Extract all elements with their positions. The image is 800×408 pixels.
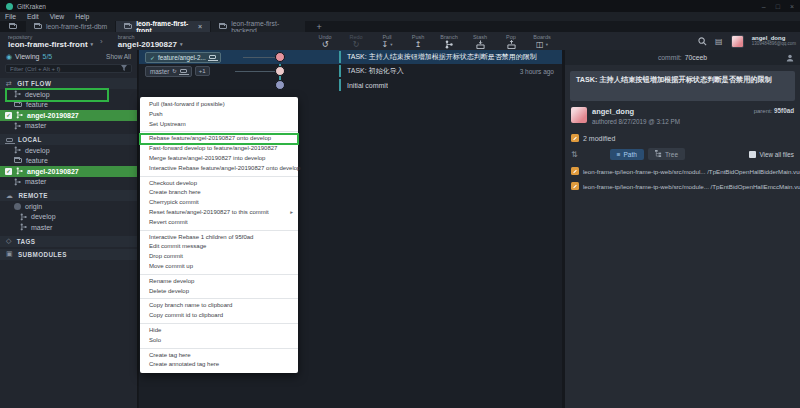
menu-item-solo[interactable]: Solo <box>140 336 298 346</box>
view-all-files-toggle[interactable]: View all files <box>749 151 794 158</box>
file-row-bidder-main[interactable]: leon-frame-tp/leon-frame-tp-web/src/modu… <box>565 167 800 175</box>
branch-filter-input[interactable]: Filter (Ctrl + Alt + f) <box>5 64 132 73</box>
menu-item-fast-forward[interactable]: Fast-forward develop to feature/angel-20… <box>140 144 298 154</box>
commit-message[interactable]: TASK: 初始化导入 <box>339 65 404 77</box>
menu-item-pull[interactable]: Pull (fast-forward if possible) <box>140 100 298 110</box>
push-button[interactable]: Push ↥ <box>409 34 427 49</box>
tab-leon-frame-first-backend[interactable]: leon-frame-first-backend <box>211 21 306 32</box>
sidebar-item-local-develop[interactable]: develop <box>0 145 137 156</box>
menu-item-create-branch[interactable]: Create branch here <box>140 188 298 198</box>
sidebar-item-origin-master[interactable]: master <box>0 222 137 233</box>
commit-row-selected[interactable]: ✓ feature/angel-2... TASK: 主持人结束按钮增加根据开标… <box>139 50 562 64</box>
checkbox-checked-icon[interactable]: ✓ <box>5 168 12 175</box>
path-view-button[interactable]: ≡ Path <box>610 149 644 160</box>
file-row-emcc-main[interactable]: leon-frame-tp/leon-frame-tp-web/src/modu… <box>565 182 800 190</box>
show-all-button[interactable]: Show All <box>106 53 131 60</box>
sidebar-item-gitflow-develop[interactable]: develop <box>0 89 137 100</box>
stash-button[interactable]: Stash <box>471 34 489 49</box>
menu-item-create-tag[interactable]: Create tag here <box>140 351 298 361</box>
authored-date: authored 8/27/2019 @ 3:12 PM <box>592 118 680 125</box>
pop-button[interactable]: Pop <box>502 34 520 49</box>
menu-item-delete-develop[interactable]: Delete develop <box>140 287 298 297</box>
sidebar-item-gitflow-master[interactable]: master <box>0 121 137 132</box>
sidebar-folder-gitflow-feature[interactable]: feature <box>0 100 137 111</box>
boards-button[interactable]: Boards ◫ ▾ <box>533 34 551 49</box>
tab-leon-frame-first-front[interactable]: leon-frame-first-front × <box>116 21 211 32</box>
sidebar-item-local-master[interactable]: master <box>0 177 137 188</box>
parent-commit[interactable]: parent: 95f0ad <box>754 107 794 114</box>
branch-pill-master[interactable]: master ↻ <box>145 66 192 77</box>
menu-item-merge-into-develop[interactable]: Merge feature/angel-20190827 into develo… <box>140 154 298 164</box>
undo-button[interactable]: Undo ↺ <box>316 34 334 49</box>
chevron-down-icon[interactable]: ▾ <box>390 40 392 49</box>
menu-item-checkout-develop[interactable]: Checkout develop <box>140 179 298 189</box>
section-remote[interactable]: ☁ REMOTE <box>0 190 137 201</box>
sort-icon[interactable]: ⇅ <box>571 150 578 159</box>
close-button[interactable]: × <box>790 3 794 10</box>
section-local[interactable]: LOCAL <box>0 134 137 145</box>
commit-node-avatar[interactable] <box>275 52 285 62</box>
tab-close-icon[interactable]: × <box>198 23 202 30</box>
menu-item-move-commit-up[interactable]: Move commit up <box>140 262 298 272</box>
pull-icon: ↧ <box>382 40 389 49</box>
minimize-button[interactable]: – <box>762 3 766 10</box>
person-icon[interactable] <box>786 54 794 62</box>
branch-button[interactable]: Branch <box>440 34 458 49</box>
commit-row-master[interactable]: master ↻ +1 TASK: 初始化导入 3 hours ago <box>139 64 562 78</box>
search-icon[interactable] <box>698 37 707 46</box>
menu-item-rebase-onto-develop[interactable]: Rebase feature/angel-20190827 onto devel… <box>140 134 298 144</box>
sidebar-item-local-angel-20190827[interactable]: ✓ angel-20190827 <box>0 166 137 177</box>
commit-message[interactable]: Initial commit <box>339 79 388 91</box>
menu-item-cherrypick[interactable]: Cherrypick commit <box>140 198 298 208</box>
new-tab-button[interactable]: + <box>306 21 332 32</box>
tab-leon-frame-first-dbm[interactable]: leon-frame-first-dbm <box>26 21 116 32</box>
menu-item-interactive-rebase-onto[interactable]: Interactive Rebase feature/angel-2019082… <box>140 164 298 174</box>
menu-item-create-annotated-tag[interactable]: Create annotated tag here <box>140 360 298 370</box>
menu-item-rename-develop[interactable]: Rename develop <box>140 277 298 287</box>
menu-item-reset-to-commit[interactable]: Reset feature/angel-20190827 to this com… <box>140 208 298 218</box>
open-repo-button[interactable] <box>0 21 26 32</box>
menu-item-set-upstream[interactable]: Set Upstream <box>140 120 298 130</box>
section-submodules[interactable]: ▣ SUBMODULES <box>0 249 137 260</box>
pull-button[interactable]: Pull ↧ ▾ <box>378 34 396 49</box>
menu-item-push[interactable]: Push <box>140 110 298 120</box>
menu-item-revert-commit[interactable]: Revert commit <box>140 218 298 228</box>
commit-sha[interactable]: 70ceeb <box>685 54 707 61</box>
redo-button[interactable]: Redo ↻ <box>347 34 365 49</box>
commit-message[interactable]: TASK: 主持人结束按钮增加根据开标状态判断是否禁用的限制 <box>339 51 537 63</box>
menu-separator <box>140 131 298 132</box>
menu-item-drop-commit[interactable]: Drop commit <box>140 252 298 262</box>
menu-item-copy-commit-id[interactable]: Copy commit id to clipboard <box>140 311 298 321</box>
hidden-refs-badge[interactable]: +1 <box>195 66 210 76</box>
section-tags[interactable]: ◇ TAGS <box>0 236 137 247</box>
modified-summary: 2 modified <box>571 134 794 142</box>
branch-selector[interactable]: branch angel-20190827 ▾ <box>118 34 183 49</box>
section-git-flow[interactable]: ⇄ GIT FLOW <box>0 78 137 89</box>
menu-item-copy-branch-name[interactable]: Copy branch name to clipboard <box>140 301 298 311</box>
sidebar-item-gitflow-angel-20190827[interactable]: ✓ angel-20190827 <box>0 110 137 121</box>
menu-item-hide[interactable]: Hide <box>140 326 298 336</box>
sidebar-item-remote-origin[interactable]: origin <box>0 201 137 212</box>
branch-pill-feature-angel[interactable]: ✓ feature/angel-2... <box>145 52 221 63</box>
menu-help[interactable]: Help <box>75 13 89 20</box>
menu-view[interactable]: View <box>50 13 65 20</box>
menu-item-edit-commit-message[interactable]: Edit commit message <box>140 242 298 252</box>
commit-row-initial[interactable]: Initial commit <box>139 78 562 92</box>
menu-edit[interactable]: Edit <box>27 13 39 20</box>
sidebar-item-origin-develop[interactable]: develop <box>0 212 137 223</box>
tree-view-button[interactable]: Tree <box>648 148 685 160</box>
maximize-button[interactable]: □ <box>776 3 780 10</box>
repository-selector[interactable]: repository leon-frame-first-front ▾ <box>8 34 93 49</box>
commit-node-avatar[interactable] <box>275 80 285 90</box>
commit-node-avatar[interactable] <box>275 66 285 76</box>
menu-file[interactable]: File <box>5 13 16 20</box>
gitflow-icon: ⇄ <box>6 80 12 88</box>
checkbox-icon[interactable] <box>749 151 756 158</box>
user-avatar[interactable] <box>731 35 744 48</box>
chevron-down-icon[interactable]: ▾ <box>546 40 548 49</box>
commit-message-box[interactable]: TASK: 主持人结束按钮增加根据开标状态判断是否禁用的限制 <box>570 71 795 101</box>
list-menu-icon[interactable]: ▤ <box>715 37 723 46</box>
checkbox-checked-icon[interactable]: ✓ <box>5 112 12 119</box>
menu-item-interactive-rebase-children[interactable]: Interactive Rebase 1 children of 95f0ad <box>140 233 298 243</box>
sidebar-folder-local-feature[interactable]: feature <box>0 156 137 167</box>
